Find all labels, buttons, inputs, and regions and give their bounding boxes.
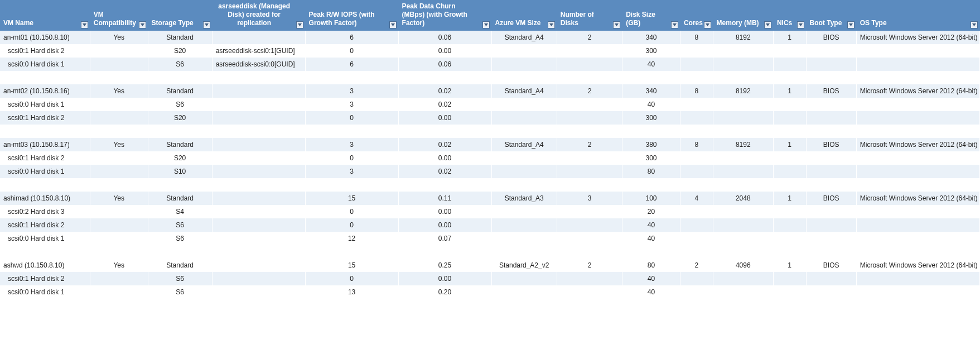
col-header-vm_name[interactable]: VM Name — [0, 0, 90, 31]
col-header-num_disks[interactable]: Number of Disks — [557, 0, 622, 31]
cell-asrseeddisk — [212, 218, 305, 232]
gap-row — [0, 245, 980, 259]
table-row[interactable]: scsi0:0 Hard disk 1S6120.0740 — [0, 232, 980, 245]
filter-button-compat[interactable] — [139, 21, 146, 28]
cell-azure_size — [491, 285, 557, 299]
col-header-label: Memory (MB) — [717, 19, 770, 27]
cell-peak_iops: 3 — [305, 165, 398, 178]
cell-boot_type — [806, 272, 856, 285]
filter-button-os_type[interactable] — [971, 21, 978, 28]
cell-num_disks — [557, 285, 622, 299]
table-row[interactable]: ashimad (10.150.8.10)YesStandard150.11St… — [0, 192, 980, 205]
cell-cores: 2 — [680, 259, 713, 272]
table-row[interactable]: scsi0:0 Hard disk 1S630.0240 — [0, 98, 980, 111]
filter-button-nics[interactable] — [797, 21, 804, 28]
cell-cores — [680, 44, 713, 58]
col-header-nics[interactable]: NICs — [773, 0, 806, 31]
table-row[interactable]: ashwd (10.150.8.10)YesStandard150.25Stan… — [0, 259, 980, 272]
col-header-azure_size[interactable]: Azure VM Size — [491, 0, 557, 31]
filter-button-peak_iops[interactable] — [389, 21, 397, 28]
cell-os_type: Microsoft Windows Server 2012 (64-bit) — [856, 192, 979, 205]
table-row[interactable]: scsi0:0 Hard disk 1S6130.2040 — [0, 285, 980, 299]
cell-cores: 8 — [680, 84, 713, 98]
table-row[interactable]: scsi0:1 Hard disk 2S2000.00300 — [0, 111, 980, 125]
col-header-memory[interactable]: Memory (MB) — [713, 0, 773, 31]
svg-marker-9 — [706, 23, 709, 26]
col-header-storage_type[interactable]: Storage Type — [148, 0, 212, 31]
table-row[interactable]: scsi0:1 Hard disk 2S2000.00300 — [0, 151, 980, 165]
svg-marker-6 — [549, 23, 553, 26]
cell-azure_size — [491, 218, 557, 232]
cell-peak_iops: 15 — [305, 192, 398, 205]
filter-button-num_disks[interactable] — [613, 21, 620, 28]
cell-cores — [680, 98, 713, 111]
col-header-label: Storage Type — [152, 19, 209, 27]
filter-button-disk_size[interactable] — [671, 21, 678, 28]
cell-storage_type: S20 — [148, 44, 212, 58]
col-header-os_type[interactable]: OS Type — [856, 0, 979, 31]
cell-cores — [680, 111, 713, 125]
cell-storage_type: Standard — [148, 138, 212, 151]
gap-row — [0, 299, 980, 312]
cell-azure_size: Standard_A4 — [491, 31, 557, 44]
cell-disk_size: 40 — [622, 272, 680, 285]
cell-vm_name: scsi0:0 Hard disk 1 — [0, 165, 90, 178]
cell-memory — [713, 151, 773, 165]
vm-report-table: VM NameVM CompatibilityStorage Typeasrse… — [0, 0, 980, 312]
filter-button-azure_size[interactable] — [548, 21, 555, 28]
table-row[interactable]: scsi0:0 Hard disk 1S1030.0280 — [0, 165, 980, 178]
table-row[interactable]: scsi0:2 Hard disk 3S400.0020 — [0, 205, 980, 218]
cell-boot_type — [806, 98, 856, 111]
cell-asrseeddisk — [212, 205, 305, 218]
cell-asrseeddisk — [212, 192, 305, 205]
col-header-asrseeddisk[interactable]: asrseeddisk (Managed Disk) created for r… — [212, 0, 305, 31]
filter-button-peak_churn[interactable] — [482, 21, 490, 28]
filter-button-memory[interactable] — [764, 21, 771, 28]
col-header-label: Peak Data Churn (MBps) (with Growth Fact… — [402, 2, 488, 27]
cell-nics — [773, 205, 806, 218]
col-header-peak_churn[interactable]: Peak Data Churn (MBps) (with Growth Fact… — [398, 0, 491, 31]
cell-asrseeddisk — [212, 232, 305, 245]
filter-button-vm_name[interactable] — [81, 21, 88, 28]
cell-asrseeddisk — [212, 138, 305, 151]
cell-memory — [713, 272, 773, 285]
table-row[interactable]: scsi0:1 Hard disk 2S20asrseeddisk-scsi0:… — [0, 44, 980, 58]
cell-azure_size: Standard_A4 — [491, 138, 557, 151]
table-row[interactable]: scsi0:1 Hard disk 2S600.0040 — [0, 218, 980, 232]
table-row[interactable]: an-mt02 (10.150.8.16)YesStandard30.02Sta… — [0, 84, 980, 98]
cell-storage_type: S6 — [148, 58, 212, 71]
filter-button-cores[interactable] — [704, 21, 711, 28]
cell-memory: 2048 — [713, 192, 773, 205]
cell-storage_type: S20 — [148, 151, 212, 165]
cell-compat — [90, 205, 148, 218]
col-header-disk_size[interactable]: Disk Size (GB) — [622, 0, 680, 31]
col-header-label: Azure VM Size — [495, 19, 553, 27]
cell-num_disks — [557, 205, 622, 218]
filter-button-asrseeddisk[interactable] — [296, 21, 303, 28]
cell-memory — [713, 205, 773, 218]
table-row[interactable]: scsi0:1 Hard disk 2S600.0040 — [0, 272, 980, 285]
col-header-compat[interactable]: VM Compatibility — [90, 0, 148, 31]
cell-peak_churn: 0.00 — [398, 151, 491, 165]
cell-storage_type: S6 — [148, 272, 212, 285]
col-header-boot_type[interactable]: Boot Type — [806, 0, 856, 31]
cell-memory: 8192 — [713, 138, 773, 151]
filter-button-storage_type[interactable] — [203, 21, 210, 28]
svg-marker-8 — [673, 23, 677, 26]
cell-boot_type — [806, 44, 856, 58]
cell-disk_size: 300 — [622, 151, 680, 165]
cell-compat — [90, 218, 148, 232]
cell-memory — [713, 58, 773, 71]
filter-button-boot_type[interactable] — [847, 21, 855, 28]
cell-vm_name: an-mt01 (10.150.8.10) — [0, 31, 90, 44]
table-row[interactable]: scsi0:0 Hard disk 1S6asrseeddisk-scsi0:0… — [0, 58, 980, 71]
col-header-cores[interactable]: Cores — [680, 0, 713, 31]
col-header-peak_iops[interactable]: Peak R/W IOPS (with Growth Factor) — [305, 0, 398, 31]
cell-azure_size — [491, 272, 557, 285]
cell-memory — [713, 165, 773, 178]
table-row[interactable]: an-mt01 (10.150.8.10)YesStandard60.06Sta… — [0, 31, 980, 44]
gap-row — [0, 125, 980, 138]
cell-cores — [680, 165, 713, 178]
table-row[interactable]: an-mt03 (10.150.8.17)YesStandard30.02Sta… — [0, 138, 980, 151]
cell-compat — [90, 98, 148, 111]
